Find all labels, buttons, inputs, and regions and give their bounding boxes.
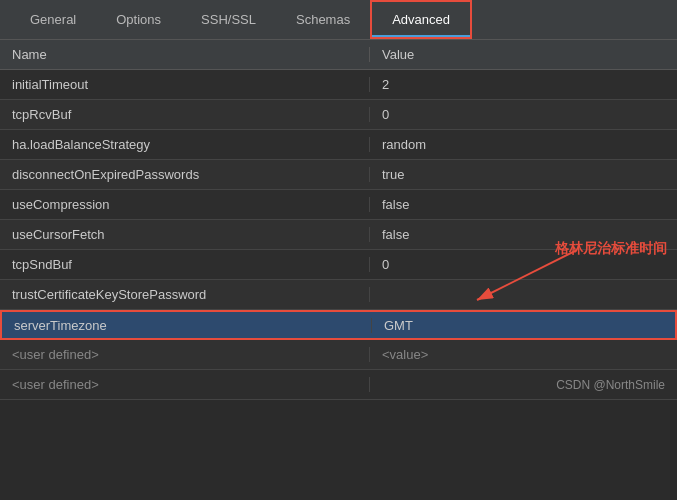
cell-name: disconnectOnExpiredPasswords [0, 167, 370, 182]
cell-value: false [370, 227, 677, 242]
table-row[interactable]: disconnectOnExpiredPasswordstrue [0, 160, 677, 190]
table-row[interactable]: tcpRcvBuf0 [0, 100, 677, 130]
table-row[interactable]: useCursorFetchfalse [0, 220, 677, 250]
cell-name: serverTimezone [2, 318, 372, 333]
table-row[interactable]: trustCertificateKeyStorePassword [0, 280, 677, 310]
table-container: Name Value initialTimeout2tcpRcvBuf0ha.l… [0, 40, 677, 400]
cell-value: false [370, 197, 677, 212]
tab-advanced[interactable]: Advanced [370, 0, 472, 39]
header-value-col: Value [370, 47, 677, 62]
tab-general[interactable]: General [10, 0, 96, 39]
cell-value: random [370, 137, 677, 152]
cell-name: tcpSndBuf [0, 257, 370, 272]
content-area: Name Value initialTimeout2tcpRcvBuf0ha.l… [0, 40, 677, 400]
table-row[interactable]: ha.loadBalanceStrategyrandom [0, 130, 677, 160]
cell-value: true [370, 167, 677, 182]
tab-options[interactable]: Options [96, 0, 181, 39]
tab-schemas[interactable]: Schemas [276, 0, 370, 39]
cell-name: trustCertificateKeyStorePassword [0, 287, 370, 302]
tab-sshssl[interactable]: SSH/SSL [181, 0, 276, 39]
table-row[interactable]: tcpSndBuf0 [0, 250, 677, 280]
cell-name: initialTimeout [0, 77, 370, 92]
csdn-watermark: CSDN @NorthSmile [556, 378, 665, 392]
cell-name: <user defined> [0, 377, 370, 392]
cell-name: <user defined> [0, 347, 370, 362]
tab-bar: GeneralOptionsSSH/SSLSchemasAdvanced [0, 0, 677, 40]
table-rows: initialTimeout2tcpRcvBuf0ha.loadBalanceS… [0, 70, 677, 400]
table-row[interactable]: initialTimeout2 [0, 70, 677, 100]
cell-value: 0 [370, 257, 677, 272]
cell-name: ha.loadBalanceStrategy [0, 137, 370, 152]
cell-value: 0 [370, 107, 677, 122]
table-header: Name Value [0, 40, 677, 70]
table-row[interactable]: useCompressionfalse [0, 190, 677, 220]
table-row[interactable]: serverTimezoneGMT [0, 310, 677, 340]
cell-name: useCompression [0, 197, 370, 212]
cell-value: GMT [372, 318, 675, 333]
cell-name: useCursorFetch [0, 227, 370, 242]
table-row[interactable]: <user defined><value> [0, 340, 677, 370]
header-name-col: Name [0, 47, 370, 62]
cell-value: 2 [370, 77, 677, 92]
cell-name: tcpRcvBuf [0, 107, 370, 122]
cell-value: <value> [370, 347, 677, 362]
